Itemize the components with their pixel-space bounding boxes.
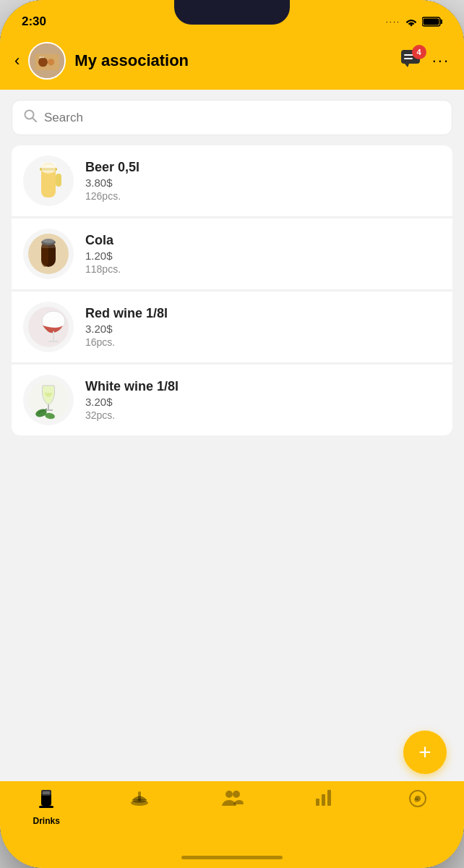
page-title: My association bbox=[74, 51, 189, 70]
battery-icon bbox=[422, 17, 442, 27]
bottom-nav: Drinks bbox=[0, 781, 464, 846]
wifi-icon bbox=[405, 17, 418, 27]
item-info-redwine: Red wine 1/8l 3.20$ 16pcs. bbox=[85, 306, 168, 348]
item-info-whitewine: White wine 1/8l 3.20$ 32pcs. bbox=[85, 379, 179, 421]
search-container bbox=[0, 90, 464, 145]
notification-badge: 4 bbox=[412, 45, 426, 59]
list-item[interactable]: Red wine 1/8l 3.20$ 16pcs. bbox=[12, 292, 452, 363]
item-info-cola: Cola 1.20$ 118pcs. bbox=[85, 233, 121, 275]
svg-rect-46 bbox=[327, 790, 331, 806]
item-image-whitewine bbox=[23, 375, 74, 425]
svg-rect-7 bbox=[39, 56, 44, 58]
nav-item-members[interactable] bbox=[186, 788, 278, 814]
stats-icon bbox=[314, 788, 335, 812]
svg-point-41 bbox=[132, 799, 147, 803]
header: ‹ My association bbox=[0, 36, 464, 90]
item-name: White wine 1/8l bbox=[85, 379, 179, 394]
svg-line-12 bbox=[33, 118, 36, 122]
nav-item-stats[interactable] bbox=[278, 788, 371, 814]
item-qty: 118pcs. bbox=[85, 263, 121, 275]
add-button[interactable]: + bbox=[403, 731, 447, 774]
list-item[interactable]: Cola 1.20$ 118pcs. bbox=[12, 218, 452, 290]
item-price: 3.80$ bbox=[85, 176, 139, 189]
nav-label-drinks: Drinks bbox=[33, 816, 60, 826]
svg-point-23 bbox=[43, 239, 54, 243]
svg-point-43 bbox=[233, 791, 240, 798]
status-bar: 2:30 ···· bbox=[0, 0, 464, 36]
item-name: Cola bbox=[85, 233, 121, 248]
item-price: 1.20$ bbox=[85, 250, 121, 262]
item-image-redwine bbox=[23, 302, 74, 352]
svg-rect-44 bbox=[316, 799, 319, 806]
item-price: 3.20$ bbox=[85, 323, 168, 335]
svg-point-17 bbox=[41, 165, 56, 174]
svg-rect-2 bbox=[424, 19, 439, 25]
header-left: ‹ My association bbox=[14, 42, 189, 80]
drinks-icon bbox=[37, 788, 56, 813]
phone-screen: 2:30 ···· ‹ bbox=[0, 0, 464, 868]
list-item[interactable]: White wine 1/8l 3.20$ 32pcs. bbox=[12, 365, 452, 435]
item-list: Beer 0,5l 3.80$ 126pcs. bbox=[0, 145, 464, 723]
more-button[interactable]: ··· bbox=[432, 51, 450, 70]
settings-icon: e bbox=[408, 788, 428, 813]
item-image-beer bbox=[23, 156, 74, 206]
home-indicator bbox=[0, 846, 464, 868]
search-box bbox=[12, 100, 452, 135]
svg-point-6 bbox=[48, 59, 54, 65]
search-icon bbox=[24, 109, 37, 126]
notch bbox=[174, 0, 290, 25]
item-price: 3.20$ bbox=[85, 396, 179, 408]
nav-item-food[interactable] bbox=[93, 788, 185, 816]
nav-item-drinks[interactable]: Drinks bbox=[0, 788, 93, 826]
nav-item-settings[interactable]: e bbox=[371, 788, 464, 816]
svg-point-42 bbox=[225, 791, 233, 798]
avatar-image bbox=[30, 43, 64, 78]
svg-text:e: e bbox=[414, 795, 418, 804]
food-icon bbox=[129, 788, 150, 813]
item-name: Red wine 1/8l bbox=[85, 306, 168, 321]
search-input[interactable] bbox=[44, 111, 440, 125]
phone-frame: 2:30 ···· ‹ bbox=[0, 0, 464, 868]
header-right: 4 ··· bbox=[400, 49, 450, 73]
svg-rect-38 bbox=[39, 806, 53, 808]
members-icon bbox=[220, 788, 244, 812]
svg-point-5 bbox=[38, 57, 48, 67]
item-qty: 126pcs. bbox=[85, 190, 139, 202]
notification-button[interactable]: 4 bbox=[400, 49, 421, 73]
signal-icon: ···· bbox=[386, 17, 400, 26]
list-item[interactable]: Beer 0,5l 3.80$ 126pcs. bbox=[12, 145, 452, 217]
svg-rect-1 bbox=[441, 20, 443, 24]
status-time: 2:30 bbox=[22, 14, 46, 29]
item-qty: 32pcs. bbox=[85, 409, 179, 421]
item-name: Beer 0,5l bbox=[85, 160, 139, 175]
svg-rect-10 bbox=[404, 58, 413, 59]
home-bar bbox=[181, 856, 283, 859]
svg-rect-37 bbox=[43, 791, 50, 794]
avatar[interactable] bbox=[28, 42, 66, 80]
item-qty: 16pcs. bbox=[85, 336, 168, 348]
svg-rect-16 bbox=[56, 174, 61, 187]
svg-rect-45 bbox=[322, 794, 325, 806]
fab-container: + bbox=[0, 723, 464, 781]
item-image-cola bbox=[23, 229, 74, 279]
back-button[interactable]: ‹ bbox=[14, 51, 20, 70]
item-info-beer: Beer 0,5l 3.80$ 126pcs. bbox=[85, 160, 139, 202]
status-icons: ···· bbox=[386, 17, 442, 27]
